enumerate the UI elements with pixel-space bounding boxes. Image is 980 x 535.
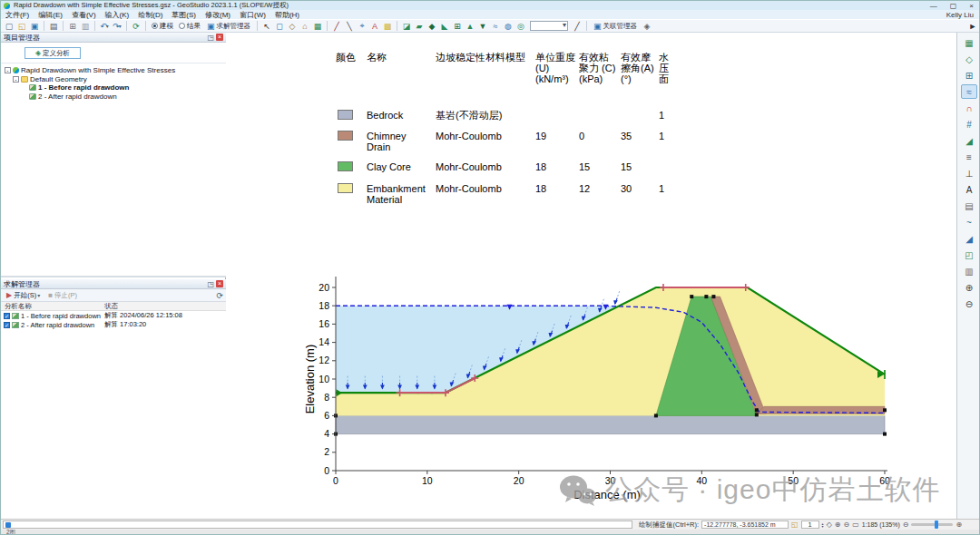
draw-points-icon[interactable]: ⊞ — [961, 68, 977, 83]
tree-expander-icon[interactable]: - — [5, 67, 11, 73]
tree-expander-icon[interactable]: - — [13, 76, 19, 83]
sketch-note-icon[interactable]: ▩ — [382, 20, 394, 32]
pin-icon[interactable]: ◳ — [207, 280, 214, 288]
refresh-icon[interactable]: ⟳ — [131, 20, 142, 32]
pan-hand-icon[interactable]: ◇ — [827, 520, 832, 529]
undo-icon[interactable]: ↶▾ — [99, 20, 111, 32]
close-button[interactable]: × — [969, 2, 974, 10]
contour-icon[interactable]: ◰ — [961, 248, 977, 262]
draw-piezometric-icon[interactable]: ≈ — [490, 20, 502, 32]
paste-icon[interactable]: ▥ — [80, 20, 92, 32]
panel-close-icon[interactable]: × — [216, 280, 223, 287]
draw-slip-grid-icon[interactable]: ⊞ — [452, 20, 464, 32]
settings-icon[interactable]: ◈ — [642, 20, 653, 32]
drawing-canvas[interactable]: 颜色名称边坡稳定性材料模型单位重度(U) (kN/m³)有效粘聚力 (C) (k… — [226, 33, 956, 519]
page-spinner[interactable]: ▴ ▾ — [822, 522, 824, 528]
view-globe-icon[interactable]: ◎ — [515, 20, 527, 32]
menu-item-draw[interactable]: 绘制(D) — [133, 10, 167, 20]
analysis-checkbox[interactable]: ✓ — [4, 322, 10, 328]
solve-row-0[interactable]: ✓1 - Before rapid drawdown解算 2024/06/26 … — [1, 311, 226, 320]
panel-close-icon[interactable]: × — [216, 34, 223, 41]
user-account[interactable]: Kelly Liu — [946, 11, 980, 19]
fit-page-icon[interactable]: ▭ — [852, 520, 859, 529]
view-map-icon[interactable]: ◍ — [503, 20, 514, 32]
tree-item-1[interactable]: -Default Geometry — [1, 75, 226, 84]
zoom-plus-icon[interactable]: ⊕ — [956, 520, 962, 529]
menu-item-window[interactable]: 窗口(W) — [235, 10, 270, 20]
zoom-in-icon[interactable]: ⊕ — [961, 280, 977, 295]
zoom-in-icon[interactable]: ⊕ — [835, 520, 841, 529]
refresh-icon[interactable]: ⟳ — [216, 291, 223, 300]
draw-slip-entry-exit-icon[interactable]: ∩ — [961, 101, 977, 115]
save-icon[interactable]: ▣ — [29, 20, 41, 32]
zoom-slider-handle[interactable] — [935, 520, 938, 529]
layers-icon[interactable]: ◱ — [791, 520, 799, 529]
column-status[interactable]: 状态 — [103, 302, 226, 311]
zoom-window-icon[interactable]: ◻ — [274, 20, 286, 32]
draw-slip-entry-icon[interactable]: ◣ — [439, 20, 451, 32]
page-number-field[interactable]: 1 — [801, 520, 819, 529]
object-view-icon[interactable]: ⌂ — [299, 20, 311, 32]
define-analyses-button[interactable]: ◈ 定义分析 — [24, 47, 81, 59]
draw-tension-crack-icon[interactable]: ▼ — [477, 20, 489, 32]
zoom-out-icon[interactable]: ⊖ — [961, 297, 977, 311]
pen-color-icon[interactable]: ╱ — [572, 20, 583, 32]
zoom-slider[interactable] — [911, 523, 953, 526]
redo-icon[interactable]: ↷▾ — [112, 20, 123, 32]
sketch-text-icon[interactable]: A — [961, 182, 977, 197]
menu-item-keyin[interactable]: 输入(K) — [101, 10, 134, 20]
restore-button[interactable]: ▢ — [950, 2, 957, 10]
association-manager-button[interactable]: ▣关联管理器 — [590, 20, 641, 32]
draw-slip-grid-icon[interactable]: # — [961, 117, 977, 131]
sketch-line-icon[interactable]: ╱ — [331, 20, 343, 32]
draw-piezometric-line-icon[interactable]: ≈ — [961, 84, 977, 99]
measure-icon[interactable]: ⌖ — [357, 20, 368, 32]
menu-item-sketch[interactable]: 草图(S) — [167, 10, 201, 20]
sketch-text-icon[interactable]: A — [369, 20, 381, 32]
report-icon[interactable]: ▥ — [961, 264, 977, 278]
minimize-button[interactable]: — — [930, 2, 937, 10]
copy-icon[interactable]: ⊞ — [67, 20, 79, 32]
solve-row-1[interactable]: ✓2 - After rapid drawdown解算 17:03:20 — [1, 320, 226, 329]
new-file-icon[interactable]: ▢ — [4, 20, 15, 32]
zoom-minus-icon[interactable]: ⊖ — [903, 520, 909, 529]
menu-item-file[interactable]: 文件(F) — [1, 10, 34, 20]
sketch-pen-icon[interactable]: ╲ — [344, 20, 356, 32]
mode-results-radio[interactable]: 结果 — [179, 22, 201, 31]
draw-reinforcement-icon[interactable]: ≡ — [961, 150, 977, 164]
sketch-axes-icon[interactable]: ⊥ — [961, 166, 977, 180]
draw-line-icon[interactable]: ▰ — [414, 20, 426, 32]
menu-item-help[interactable]: 帮助(H) — [270, 10, 304, 20]
scale-combobox[interactable] — [530, 21, 568, 31]
draw-point-icon[interactable]: ◆ — [426, 20, 438, 32]
draw-materials-icon[interactable]: ▦ — [961, 35, 977, 50]
draw-slip-radius-icon[interactable]: ◢ — [961, 133, 977, 148]
pin-icon[interactable]: ◳ — [207, 34, 214, 42]
stop-solve-button[interactable]: ■ 停止(P) — [45, 290, 80, 301]
results-information-icon[interactable]: ~ — [961, 215, 977, 229]
menu-item-modify[interactable]: 修改(M) — [201, 10, 235, 20]
menu-item-view[interactable]: 查看(V) — [67, 10, 101, 20]
tree-item-2[interactable]: 1 - Before rapid drawdown — [1, 83, 226, 92]
draw-slip-radius-icon[interactable]: ▲ — [465, 20, 476, 32]
open-folder-icon[interactable]: ◱ — [16, 20, 28, 32]
solve-manager-button[interactable]: ▣求解管理器 — [203, 20, 254, 32]
column-analysis-name[interactable]: 分析名称 — [1, 302, 103, 311]
view-preferences-icon[interactable]: ▤ — [961, 199, 977, 213]
select-cursor-icon[interactable]: ↖ — [261, 20, 273, 32]
draw-graph-icon[interactable]: ◢ — [961, 231, 977, 246]
pan-icon[interactable]: ◇ — [287, 20, 299, 32]
print-preview-icon[interactable]: ▦ — [312, 20, 324, 32]
draw-regions-icon[interactable]: ◇ — [961, 52, 977, 66]
mode-define-radio[interactable]: 建模 — [152, 22, 173, 31]
zoom-out-icon[interactable]: ⊖ — [843, 520, 849, 529]
print-icon[interactable]: ▤ — [48, 20, 60, 32]
analysis-checkbox[interactable]: ✓ — [4, 313, 10, 319]
start-solve-button[interactable]: ▶ 开始(S) ▾ — [4, 290, 43, 301]
spinner-down-icon[interactable]: ▾ — [822, 525, 824, 528]
tree-item-0[interactable]: -Rapid Drawdown with Simple Effective St… — [1, 66, 226, 75]
menu-item-edit[interactable]: 编辑(E) — [34, 10, 67, 20]
flag-pen-icon[interactable]: ► — [967, 20, 979, 32]
draw-region-icon[interactable]: ◪ — [401, 20, 413, 32]
tree-item-3[interactable]: 2 - After rapid drawdown — [1, 92, 226, 102]
